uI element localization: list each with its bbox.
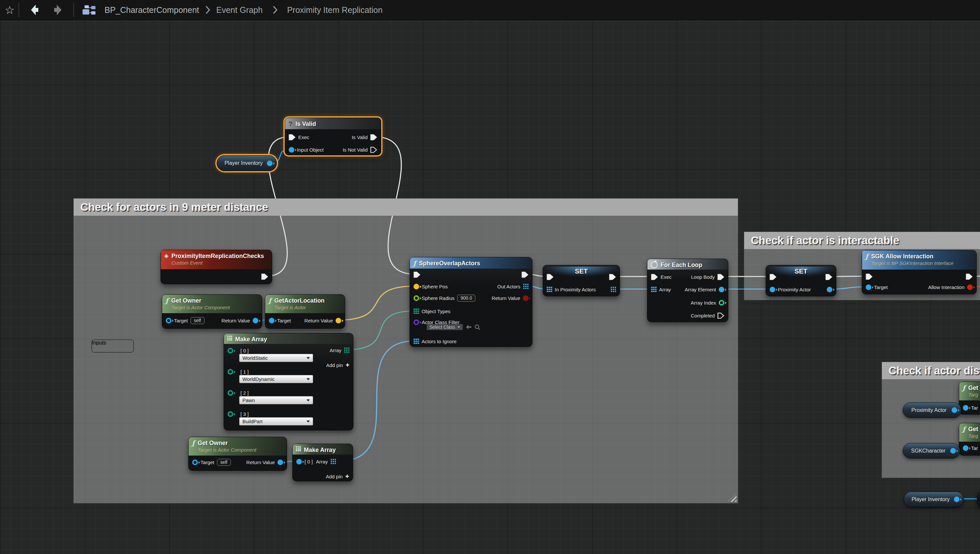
node-sgk-allow-interaction-pin-exec[interactable] — [966, 272, 973, 281]
node-make-array-1-pin-array[interactable]: Array — [329, 346, 350, 355]
node-sphere-overlap-actors-pin-sphere-radius[interactable]: Sphere Radius900.0 — [414, 294, 475, 302]
comment-resize-grip[interactable] — [728, 493, 737, 502]
node-get-actor-location-pin-return-value[interactable]: Return Value — [304, 316, 341, 325]
node-get-owner-2-pin-target[interactable]: Targetself — [192, 458, 231, 466]
node-make-array-2-title: Make Array — [304, 446, 336, 454]
pill-proximity-actor[interactable]: Proximity Actor — [903, 402, 961, 418]
node-for-each-loop-pin-completed[interactable]: Completed — [690, 311, 724, 320]
node-set-in-proximity-actors-title: SET — [543, 267, 620, 275]
node-make-array-1[interactable]: Make Array[ 0 ]WorldStatic[ 1 ]WorldDyna… — [224, 333, 353, 430]
node-make-array-2[interactable]: Make Array[ 0 ]ArrayAdd pin+ — [292, 444, 353, 481]
node-get-actor-location-pin-target[interactable]: Target — [269, 316, 291, 325]
node-custom-event-title: ProximityItemReplicationChecks — [172, 252, 264, 260]
node-get-partial-1-pin-tar[interactable]: Tar — [963, 403, 978, 412]
breadcrumb-subgraph[interactable]: Proximity Item Replication — [287, 5, 382, 15]
node-custom-event-pin-exec[interactable] — [261, 272, 268, 281]
node-get-partial-1[interactable]: ƒGetTargTar — [959, 382, 980, 415]
node-make-array-1-dropdown-WorldStatic[interactable]: WorldStatic — [239, 354, 313, 362]
pill-player-inventory-1[interactable]: Player Inventory — [217, 155, 277, 171]
blueprint-event-graph[interactable]: ☆ BP_CharacterComponent Event Graph Prox… — [0, 0, 980, 554]
node-sphere-overlap-actors-pin-object-types[interactable]: Object Types — [414, 307, 450, 315]
node-is-valid-pin-input-object[interactable]: Input Object — [289, 145, 324, 154]
node-sphere-overlap-actors-pin-return-value[interactable]: Return Value — [492, 294, 528, 302]
function-icon: ƒ — [865, 253, 869, 260]
node-get-owner-2-pin-return-value[interactable]: Return Value — [247, 458, 283, 466]
node-sphere-overlap-actors-pin-exec[interactable] — [522, 270, 528, 279]
node-sphere-overlap-actors-pin-actor-class-filter[interactable]: Actor Class Filter — [414, 318, 460, 326]
comment-actor-distance2-header[interactable]: Check if actor dista — [882, 362, 980, 379]
breadcrumb-root[interactable]: BP_CharacterComponent — [104, 5, 199, 15]
node-sphere-overlap-actors[interactable]: ƒSphereOverlapActorsSphere PosOut Actors… — [410, 257, 533, 347]
comment-actors-distance-header[interactable]: Check for actors in 9 meter distance — [74, 199, 738, 216]
comment-actor-distance2[interactable]: Check if actor dista — [881, 362, 980, 478]
node-get-partial-2-pin-tar[interactable]: Tar — [963, 444, 978, 452]
node-make-array-1-dropdown-BuildPart[interactable]: BuildPart — [239, 417, 313, 425]
breadcrumb-bar: ☆ BP_CharacterComponent Event Graph Prox… — [0, 0, 980, 20]
node-inputs-collapsed[interactable]: Inputs — [91, 340, 134, 352]
node-sgk-allow-interaction-pin-allow-interaction[interactable]: Allow Interaction — [928, 283, 973, 291]
node-get-owner-2-value-self[interactable]: self — [217, 459, 231, 466]
back-arrow-icon[interactable] — [28, 3, 41, 16]
node-sphere-overlap-actors-pin-sphere-pos[interactable]: Sphere Pos — [414, 282, 447, 291]
node-get-owner-1-subtitle: Target is Actor Component — [172, 304, 230, 310]
node-get-owner-1-value-self[interactable]: self — [191, 317, 204, 324]
node-sphere-overlap-actors-pin-actors-to-ignore[interactable]: Actors to Ignore — [414, 337, 457, 345]
node-set-proximity-actor[interactable]: SETProximity Actor — [766, 265, 836, 296]
node-set-proximity-actor-pin-exec[interactable] — [826, 272, 832, 281]
node-get-actor-location-subtitle: Target is Actor — [274, 304, 325, 310]
node-get-owner-1[interactable]: ƒGet OwnerTarget is Actor ComponentTarge… — [162, 295, 262, 329]
add-pin-icon[interactable]: + — [345, 362, 350, 368]
node-partial-sliver[interactable] — [977, 492, 980, 507]
node-make-array-1-pin-add-pin[interactable]: Add pin+ — [326, 361, 350, 369]
node-get-owner-2[interactable]: ƒGet OwnerTarget is Actor ComponentTarge… — [188, 437, 287, 471]
pill-proximity-actor-label: Proximity Actor — [903, 408, 951, 413]
node-get-owner-1-pin-target[interactable]: Targetself — [166, 316, 204, 325]
node-sgk-allow-interaction[interactable]: ƒSGK Allow InteractionTarget is BP SGKIn… — [862, 250, 977, 295]
node-set-in-proximity-actors-pin-in-proximity-actors[interactable]: In Proximity Actors — [547, 285, 596, 294]
node-set-proximity-actor-pin-circle[interactable] — [827, 285, 832, 294]
node-sphere-overlap-actors-pin-out-actors[interactable]: Out Actors — [497, 282, 528, 291]
node-sgk-allow-interaction-pin-exec[interactable] — [866, 272, 873, 281]
node-custom-event[interactable]: ◈ProximityItemReplicationChecksCustom Ev… — [161, 250, 272, 284]
comment-actor-interactable-header[interactable]: Check if actor is interactable — [744, 232, 980, 249]
node-make-array-2-pin--0-[interactable]: [ 0 ] — [296, 457, 313, 466]
node-for-each-loop-pin-loop-body[interactable]: Loop Body — [691, 272, 724, 281]
node-set-proximity-actor-pin-exec[interactable] — [770, 272, 776, 281]
node-get-owner-1-pin-return-value[interactable]: Return Value — [222, 316, 258, 325]
node-get-partial-2[interactable]: ƒGetTargTar — [959, 423, 980, 455]
node-make-array-1-dropdown-Pawn[interactable]: Pawn — [239, 396, 313, 404]
node-for-each-loop-pin-array-element[interactable]: Array Element — [685, 285, 724, 294]
node-make-array-1-dropdown-WorldDynamic[interactable]: WorldDynamic — [239, 375, 313, 383]
forward-arrow-icon[interactable] — [51, 3, 65, 16]
pill-sgkcharacter[interactable]: SGKCharacter — [903, 443, 960, 458]
node-make-array-2-pin-add-pin[interactable]: Add pin+ — [326, 472, 349, 481]
node-sphere-overlap-actors-pin-exec[interactable] — [414, 270, 420, 279]
node-is-valid-pin-is-valid[interactable]: Is Valid — [352, 133, 377, 142]
node-set-in-proximity-actors-pin-grid[interactable] — [611, 285, 616, 294]
node-make-array-2-pin-array[interactable]: Array — [316, 457, 336, 466]
node-get-actor-location[interactable]: ƒGetActorLocationTarget is ActorTargetRe… — [265, 295, 345, 329]
breadcrumb-graph[interactable]: Event Graph — [216, 5, 262, 15]
node-is-valid-pin-is-not-valid[interactable]: Is Not Valid — [342, 145, 377, 154]
node-set-in-proximity-actors-pin-exec[interactable] — [609, 272, 616, 281]
function-icon: ƒ — [963, 384, 966, 392]
node-for-each-loop-pin-array[interactable]: Array — [651, 285, 671, 294]
node-sphere-overlap-actors-value-900.0[interactable]: 900.0 — [457, 295, 475, 302]
node-is-valid[interactable]: ?Is ValidExecInput ObjectIs ValidIs Not … — [285, 118, 381, 155]
node-sgk-allow-interaction-pin-target[interactable]: Target — [866, 283, 888, 291]
chevron-right-icon — [205, 6, 210, 14]
node-for-each-loop[interactable]: For Each LoopExecArrayLoop BodyArray Ele… — [647, 259, 728, 322]
add-pin-icon[interactable]: + — [345, 473, 349, 480]
use-selected-arrow-icon[interactable] — [466, 325, 472, 330]
browse-magnifier-icon[interactable] — [474, 324, 480, 330]
node-set-in-proximity-actors[interactable]: SETIn Proximity Actors — [542, 265, 620, 296]
node-is-valid-pin-exec[interactable]: Exec — [289, 133, 309, 142]
node-for-each-loop-pin-exec[interactable]: Exec — [651, 272, 671, 281]
node-set-proximity-actor-pin-proximity-actor[interactable]: Proximity Actor — [770, 285, 811, 294]
function-icon: ƒ — [192, 439, 195, 447]
comment-actors-distance[interactable]: Check for actors in 9 meter distance — [73, 198, 738, 503]
node-for-each-loop-pin-array-index[interactable]: Array Index — [690, 298, 724, 307]
pill-player-inventory-2[interactable]: Player Inventory — [904, 492, 964, 507]
node-set-in-proximity-actors-pin-exec[interactable] — [547, 272, 554, 281]
favorite-star-icon[interactable]: ☆ — [5, 4, 14, 16]
